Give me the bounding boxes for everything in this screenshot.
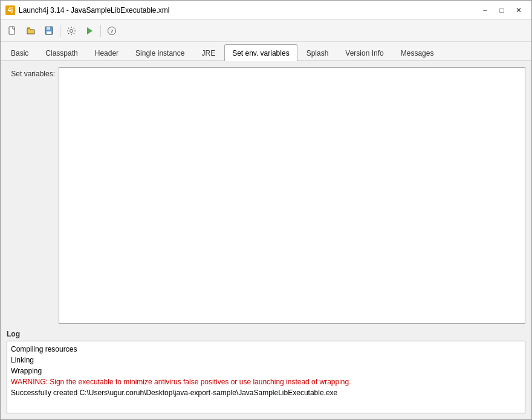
tab-version-info[interactable]: Version Info [337,44,391,61]
svg-text:?: ? [111,28,114,34]
set-variables-textarea[interactable] [59,67,525,324]
log-line: Linking [11,355,521,366]
help-button[interactable]: ? [103,23,120,39]
tab-set-env-variables[interactable]: Set env. variables [224,44,297,61]
log-line-warning: WARNING: Sign the executable to minimize… [11,376,521,387]
toolbar-separator-2 [100,25,101,37]
log-section: Log Compiling resources Linking Wrapping… [7,329,525,413]
minimize-button[interactable]: − [477,4,493,16]
settings-button[interactable] [63,23,80,39]
svg-point-4 [70,29,73,32]
tab-jre[interactable]: JRE [193,44,223,61]
new-button[interactable] [4,23,21,39]
set-variables-row: Set variables: [7,67,525,324]
open-button[interactable] [22,23,39,39]
tab-single-instance[interactable]: Single instance [128,44,192,61]
window-title: Launch4j 3.14 - JavaSampleLibExecutable.… [19,6,169,15]
toolbar: ? [1,20,531,42]
save-button[interactable] [41,23,57,39]
title-bar-controls: − □ ✕ [477,4,527,16]
log-line-success: Successfully created C:\Users\ugur.coruh… [11,387,521,398]
svg-rect-2 [47,27,50,30]
tab-basic[interactable]: Basic [3,44,36,61]
app-icon: 4j [5,5,15,15]
tab-classpath[interactable]: Classpath [37,44,85,61]
tab-header[interactable]: Header [87,44,126,61]
maximize-button[interactable]: □ [494,4,510,16]
log-box[interactable]: Compiling resources Linking Wrapping WAR… [7,341,525,413]
svg-rect-0 [9,27,15,34]
title-bar-left: 4j Launch4j 3.14 - JavaSampleLibExecutab… [5,5,169,15]
tab-messages[interactable]: Messages [393,44,442,61]
title-bar: 4j Launch4j 3.14 - JavaSampleLibExecutab… [1,1,531,20]
tab-splash[interactable]: Splash [299,44,337,61]
tabs: Basic Classpath Header Single instance J… [1,42,531,61]
log-line: Wrapping [11,366,521,376]
set-variables-label: Set variables: [7,67,55,78]
svg-rect-3 [47,31,51,34]
close-button[interactable]: ✕ [511,4,527,16]
log-line: Compiling resources [11,344,521,355]
run-button[interactable] [81,23,98,39]
toolbar-separator-1 [60,25,60,37]
main-content: Set variables: Log Compiling resources L… [1,61,531,419]
svg-marker-5 [87,27,92,34]
log-label: Log [7,329,525,340]
